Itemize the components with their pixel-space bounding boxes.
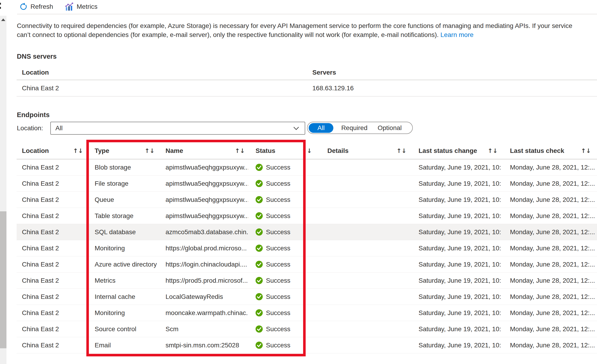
cell-location: China East 2 — [17, 212, 86, 220]
left-scrollbar-thumb[interactable] — [0, 211, 7, 348]
sort-icon[interactable]: ↑↓ — [487, 147, 498, 154]
filter-optional-button[interactable]: Optional — [373, 123, 407, 133]
cell-location: China East 2 — [17, 309, 86, 317]
column-header-last-status-check[interactable]: Last status check ↑↓ — [501, 147, 597, 155]
toolbar: Refresh Metrics — [19, 0, 97, 13]
table-row[interactable]: China East 2 Monitoring mooncake.warmpat… — [17, 305, 597, 321]
sort-icon[interactable]: ↑↓ — [581, 147, 591, 154]
cell-last-status-change: Saturday, June 19, 2021, 10:... — [410, 342, 501, 349]
cell-location: China East 2 — [17, 229, 86, 236]
cell-name: LocalGatewayRedis — [158, 293, 248, 301]
sort-icon[interactable]: ↑↓ — [396, 147, 407, 154]
sort-icon[interactable]: ↑↓ — [73, 147, 83, 154]
cell-location: China East 2 — [17, 261, 86, 268]
table-row[interactable]: China East 2 Metrics https://prod5.prod.… — [17, 273, 597, 289]
cell-last-status-change: Saturday, June 19, 2021, 10:... — [410, 196, 501, 204]
table-row[interactable]: China East 2 Azure active directory http… — [17, 256, 597, 273]
cell-last-status-change: Saturday, June 19, 2021, 10:... — [410, 309, 501, 317]
cell-last-status-check: Monday, June 28, 2021, 12:... — [501, 293, 597, 301]
clipped-content-fragment — [0, 7, 1, 9]
cell-status: Success — [248, 309, 315, 317]
cell-last-status-change: Saturday, June 19, 2021, 10:... — [410, 212, 501, 220]
clipped-content-fragment — [0, 3, 1, 5]
cell-last-status-check: Monday, June 28, 2021, 12:... — [501, 164, 597, 171]
table-row[interactable]: China East 2 Email smtpi-sin.msn.com:250… — [17, 337, 597, 353]
location-filter-dropdown[interactable]: All — [50, 122, 305, 135]
success-check-icon — [256, 212, 263, 219]
dns-column-servers: Servers — [307, 69, 597, 76]
column-header-last-status-change[interactable]: Last status change ↑↓ — [410, 147, 501, 155]
description-line1: Connectivity to required dependencies (f… — [17, 22, 572, 29]
cell-name: apimstlwua5eqhggxpsuxyw... — [158, 212, 248, 220]
metrics-icon — [65, 2, 73, 11]
column-header-details[interactable]: Details ↑↓ — [315, 147, 410, 155]
sort-icon[interactable]: ↑↓ — [235, 147, 245, 154]
cell-last-status-change: Saturday, June 19, 2021, 10:... — [410, 180, 501, 187]
cell-name: https://global.prod.microso... — [158, 245, 248, 252]
cell-status: Success — [248, 245, 315, 252]
sort-icon[interactable]: ↑↓ — [302, 147, 312, 154]
cell-type: File storage — [86, 180, 158, 187]
refresh-label: Refresh — [31, 3, 53, 10]
cell-type: Blob storage — [86, 164, 158, 171]
dns-table-header: Location Servers — [17, 65, 597, 80]
status-label: Success — [266, 196, 291, 204]
endpoints-table-body: China East 2 Blob storage apimstlwua5eqh… — [17, 159, 597, 353]
status-label: Success — [266, 164, 291, 171]
endpoints-title: Endpoints — [17, 111, 50, 119]
chevron-down-icon — [293, 127, 299, 130]
cell-status: Success — [248, 277, 315, 284]
scrollbar-up-arrow-icon[interactable] — [1, 18, 5, 21]
cell-location: China East 2 — [17, 196, 86, 204]
column-header-type[interactable]: Type ↑↓ — [86, 147, 158, 155]
cell-status: Success — [248, 229, 315, 236]
cell-location: China East 2 — [17, 293, 86, 301]
cell-status: Success — [248, 196, 315, 204]
toolbar-divider — [17, 14, 597, 14]
sort-icon[interactable]: ↑↓ — [144, 147, 155, 154]
cell-last-status-check: Monday, June 28, 2021, 12:... — [501, 342, 597, 349]
column-header-location[interactable]: Location ↑↓ — [17, 147, 86, 155]
cell-last-status-check: Monday, June 28, 2021, 12:... — [501, 212, 597, 220]
cell-type: Queue — [86, 196, 158, 204]
metrics-button[interactable]: Metrics — [65, 2, 97, 11]
description-line2: can’t connect to optional dependencies (… — [17, 31, 439, 38]
status-label: Success — [266, 229, 291, 236]
success-check-icon — [256, 277, 263, 284]
endpoints-table: Location ↑↓ Type ↑↓ Name ↑↓ Status ↑↓ De… — [17, 143, 597, 353]
success-check-icon — [256, 164, 263, 171]
table-row[interactable]: China East 2 File storage apimstlwua5eqh… — [17, 175, 597, 192]
success-check-icon — [256, 293, 263, 300]
cell-name: apimstlwua5eqhggxpsuxyw... — [158, 164, 248, 171]
table-row[interactable]: China East 2 Internal cache LocalGateway… — [17, 289, 597, 305]
table-row[interactable]: China East 2 Table storage apimstlwua5eq… — [17, 208, 597, 224]
table-row[interactable]: China East 2 Source control Scm Success … — [17, 321, 597, 337]
cell-last-status-change: Saturday, June 19, 2021, 10:... — [410, 261, 501, 268]
table-row[interactable]: China East 2 Monitoring https://global.p… — [17, 240, 597, 256]
status-label: Success — [266, 245, 291, 252]
filter-required-button[interactable]: Required — [336, 123, 373, 133]
success-check-icon — [256, 196, 263, 203]
refresh-button[interactable]: Refresh — [19, 3, 53, 11]
cell-status: Success — [248, 293, 315, 301]
cell-last-status-check: Monday, June 28, 2021, 12:... — [501, 196, 597, 204]
column-header-status[interactable]: Status ↑↓ — [248, 147, 315, 155]
dns-table-row[interactable]: China East 2 168.63.129.16 — [17, 80, 597, 96]
metrics-label: Metrics — [77, 3, 97, 10]
cell-last-status-change: Saturday, June 19, 2021, 10:... — [410, 293, 501, 301]
column-header-name[interactable]: Name ↑↓ — [158, 147, 248, 155]
cell-type: Internal cache — [86, 293, 158, 301]
status-label: Success — [266, 293, 291, 301]
table-row[interactable]: China East 2 Blob storage apimstlwua5eqh… — [17, 159, 597, 175]
status-label: Success — [266, 342, 291, 349]
cell-location: China East 2 — [17, 245, 86, 252]
cell-location: China East 2 — [17, 277, 86, 284]
cell-last-status-check: Monday, June 28, 2021, 12:... — [501, 277, 597, 284]
dns-column-location: Location — [17, 69, 307, 76]
table-row[interactable]: China East 2 Queue apimstlwua5eqhggxpsux… — [17, 192, 597, 208]
filter-all-button[interactable]: All — [309, 123, 333, 133]
cell-last-status-change: Saturday, June 19, 2021, 10:... — [410, 245, 501, 252]
status-label: Success — [266, 180, 291, 187]
learn-more-link[interactable]: Learn more — [440, 31, 473, 38]
table-row[interactable]: China East 2 SQL database azmco5mab3.dat… — [17, 224, 597, 240]
